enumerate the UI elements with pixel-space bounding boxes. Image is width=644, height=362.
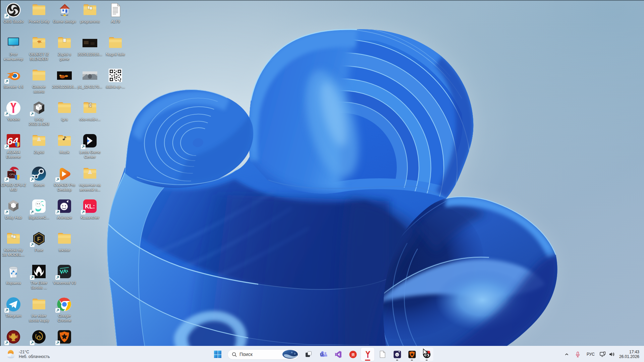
svg-text:KL:: KL: [85,203,95,210]
svg-text:CPU: CPU [9,173,15,176]
svg-text:F: F [37,236,41,242]
svg-text:Я: Я [352,352,355,357]
